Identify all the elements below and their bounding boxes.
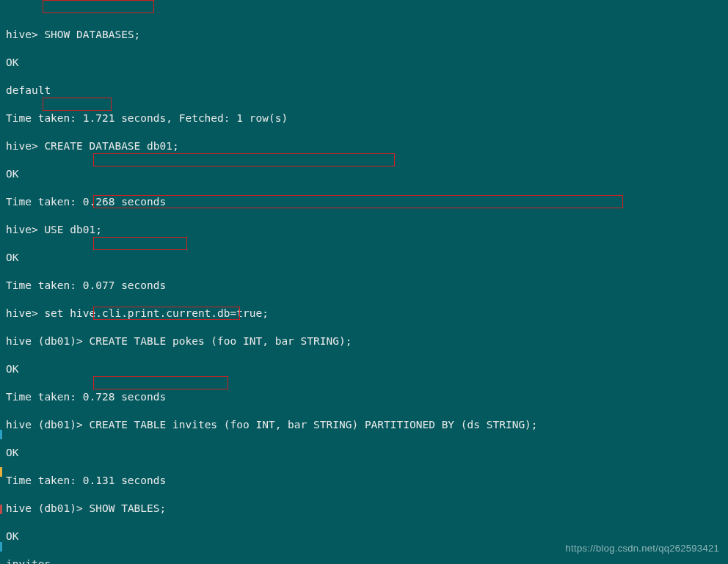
scroll-indicator (0, 402, 2, 459)
output-line: invites (6, 557, 724, 564)
cmd-show-tables: SHOW TABLES; (90, 502, 167, 514)
cmd-create-table-invites: CREATE TABLE invites (foo INT, bar STRIN… (90, 419, 538, 431)
output-line: OK (6, 56, 724, 70)
highlight-box (43, 98, 112, 111)
highlight-box (93, 376, 228, 389)
cmd-show-databases: SHOW DATABASES; (44, 29, 140, 40)
output-line: OK (6, 446, 724, 460)
output-line: default (6, 84, 724, 98)
highlight-box (43, 0, 154, 13)
prompt: hive (db01)> (6, 502, 90, 514)
highlight-box (93, 153, 395, 166)
cmd-create-table-pokes: CREATE TABLE pokes (foo INT, bar STRING)… (90, 335, 352, 347)
output-line: OK (6, 167, 724, 181)
terminal-output[interactable]: hive> SHOW DATABASES; OK default Time ta… (0, 0, 728, 564)
prompt: hive> (6, 224, 44, 235)
prompt: hive (db01)> (6, 335, 90, 347)
cmd-use-db: USE db01; (44, 224, 102, 235)
prompt: hive (db01)> (6, 419, 90, 431)
output-line: Time taken: 0.728 seconds (6, 390, 724, 404)
watermark-text: https://blog.csdn.net/qq262593421 (566, 541, 719, 555)
output-line: hive> set hive.cli.print.current.db=true… (6, 307, 724, 321)
output-line: hive> CREATE DATABASE db01; (6, 139, 724, 153)
output-line: OK (6, 251, 724, 265)
prompt: hive> (6, 29, 44, 40)
output-line: Time taken: 1.721 seconds, Fetched: 1 ro… (6, 111, 724, 125)
output-line: Time taken: 0.268 seconds (6, 195, 724, 209)
highlight-box (93, 237, 187, 250)
output-line: Time taken: 0.131 seconds (6, 474, 724, 488)
output-line: Time taken: 0.077 seconds (6, 279, 724, 293)
output-line: OK (6, 362, 724, 376)
